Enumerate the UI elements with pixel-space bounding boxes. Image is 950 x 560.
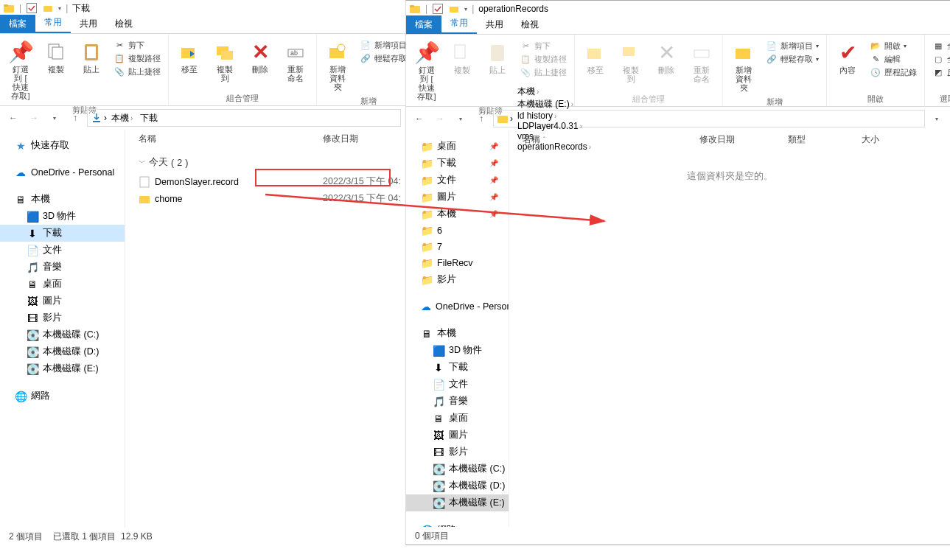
paste-shortcut-button[interactable]: 📎貼上捷徑 bbox=[111, 65, 164, 78]
nav-pc-item[interactable]: ⬇下載 bbox=[0, 225, 125, 242]
cut-button[interactable]: ✂剪下 bbox=[111, 38, 164, 52]
select-all-button[interactable]: ▦全選 bbox=[929, 39, 950, 52]
nav-pc-item[interactable]: 💽本機磁碟 (C:) bbox=[0, 326, 125, 343]
new-item-button[interactable]: 📄新增項目▾ bbox=[763, 39, 822, 52]
column-name[interactable]: 名稱 bbox=[139, 133, 323, 145]
copy-button[interactable]: 複製 bbox=[446, 38, 478, 77]
column-date[interactable]: 修改日期 bbox=[323, 133, 405, 145]
new-folder-button[interactable]: 新增 資料夾 bbox=[321, 37, 354, 94]
properties-button[interactable]: ✔內容 bbox=[831, 38, 864, 77]
nav-pc-item[interactable]: 💽本機磁碟 (E:) bbox=[406, 494, 509, 511]
easy-access-button[interactable]: 🔗輕鬆存取▾ bbox=[763, 52, 822, 66]
nav-onedrive[interactable]: ☁OneDrive - Personal bbox=[0, 164, 125, 181]
nav-pc-item[interactable]: 💽本機磁碟 (C:) bbox=[406, 461, 509, 477]
copy-path-button[interactable]: 📋複製路徑 bbox=[111, 52, 164, 65]
nav-pc-item[interactable]: 🖼圖片 bbox=[0, 293, 125, 309]
dropdown-icon[interactable]: ▾ bbox=[58, 5, 61, 12]
nav-recent-button[interactable]: ▾ bbox=[46, 109, 63, 127]
tab-file[interactable]: 檔案 bbox=[406, 15, 441, 34]
file-row[interactable]: chome2022/3/15 下午 04: bbox=[125, 190, 405, 207]
nav-pc-item[interactable]: 🎞影片 bbox=[0, 309, 125, 326]
nav-network[interactable]: 🌐網路 bbox=[406, 522, 509, 527]
nav-quick-item[interactable]: 📁影片 bbox=[406, 271, 509, 288]
nav-recent-button[interactable]: ▾ bbox=[452, 110, 469, 127]
nav-quick-item[interactable]: 📁圖片📌 bbox=[406, 189, 509, 206]
nav-back-button[interactable]: ← bbox=[411, 110, 428, 127]
nav-pc-item[interactable]: 🎞影片 bbox=[406, 444, 509, 461]
nav-pc-item[interactable]: 🖥桌面 bbox=[406, 410, 509, 427]
nav-quick-item[interactable]: 📁FileRecv bbox=[406, 255, 509, 271]
dropdown-icon[interactable]: ▾ bbox=[464, 6, 467, 13]
group-header-today[interactable]: ﹀ 今天 (2) bbox=[125, 152, 405, 173]
nav-this-pc[interactable]: 🖥本機 bbox=[0, 191, 125, 208]
address-bar[interactable]: › 本機› 下載 bbox=[87, 109, 401, 127]
nav-quick-item[interactable]: 📁6 bbox=[406, 223, 509, 239]
nav-pc-item[interactable]: 🖼圖片 bbox=[406, 427, 509, 444]
file-list[interactable]: ﹀ 今天 (2) DemonSlayer.record2022/3/15 下午 … bbox=[125, 147, 405, 528]
paste-button[interactable]: 貼上 bbox=[75, 37, 108, 77]
navigation-pane[interactable]: ★快速存取 ☁OneDrive - Personal 🖥本機 🟦3D 物件⬇下載… bbox=[0, 130, 125, 528]
nav-up-button[interactable]: ↑ bbox=[66, 109, 84, 127]
nav-quick-access[interactable]: ★快速存取 bbox=[0, 137, 125, 154]
tab-share[interactable]: 共用 bbox=[71, 15, 106, 33]
nav-quick-item[interactable]: 📁7 bbox=[406, 239, 509, 255]
history-button[interactable]: 🕓歷程記錄 bbox=[867, 66, 920, 79]
nav-forward-button[interactable]: → bbox=[431, 110, 449, 127]
nav-back-button[interactable]: ← bbox=[4, 109, 22, 127]
file-list[interactable]: 這個資料夾是空的。 bbox=[509, 148, 950, 527]
breadcrumb-segment[interactable]: LDPlayer4.0.31› bbox=[514, 121, 594, 131]
rename-button[interactable]: ab重新命名 bbox=[279, 37, 312, 85]
tab-home[interactable]: 常用 bbox=[441, 14, 477, 34]
checkbox-icon[interactable] bbox=[432, 3, 444, 15]
nav-pc-item[interactable]: 🖥桌面 bbox=[0, 276, 125, 293]
nav-quick-item[interactable]: 📁本機📌 bbox=[406, 206, 509, 223]
nav-network[interactable]: 🌐網路 bbox=[0, 388, 125, 405]
copy-to-button[interactable]: 複製到 bbox=[209, 37, 241, 85]
nav-pc-item[interactable]: 📄文件 bbox=[0, 242, 125, 259]
navigation-pane[interactable]: 📁桌面📌📁下載📌📁文件📌📁圖片📌📁本機📌📁6📁7📁FileRecv📁影片 ☁On… bbox=[406, 130, 509, 527]
nav-quick-item[interactable]: 📁文件📌 bbox=[406, 172, 509, 189]
tab-view[interactable]: 檢視 bbox=[106, 15, 142, 33]
tab-share[interactable]: 共用 bbox=[477, 15, 512, 34]
breadcrumb-pc[interactable]: 本機› bbox=[108, 112, 136, 125]
column-name[interactable]: 名稱ˆ bbox=[523, 133, 699, 146]
pin-quickaccess-button[interactable]: 📌 釘選到 [ 快速存取] bbox=[4, 37, 37, 103]
tab-file[interactable]: 檔案 bbox=[0, 15, 35, 33]
nav-this-pc[interactable]: 🖥本機 bbox=[406, 325, 509, 342]
nav-quick-item[interactable]: 📁桌面📌 bbox=[406, 138, 509, 155]
nav-pc-item[interactable]: 📄文件 bbox=[406, 376, 509, 393]
move-to-button[interactable]: 移至 bbox=[173, 37, 206, 77]
tab-home[interactable]: 常用 bbox=[35, 13, 71, 33]
copy-button[interactable]: 複製 bbox=[40, 37, 72, 77]
checkbox-icon[interactable] bbox=[26, 2, 38, 14]
breadcrumb-segment[interactable]: ld history› bbox=[514, 111, 594, 121]
delete-button[interactable]: ✕刪除 bbox=[244, 37, 276, 77]
nav-pc-item[interactable]: 🟦3D 物件 bbox=[0, 208, 125, 225]
nav-forward-button[interactable]: → bbox=[25, 109, 43, 127]
new-folder-button[interactable]: 新增 資料夾 bbox=[727, 38, 760, 95]
column-date[interactable]: 修改日期 bbox=[699, 133, 788, 146]
nav-onedrive[interactable]: ☁OneDrive - Person bbox=[406, 298, 509, 315]
nav-pc-item[interactable]: ⬇下載 bbox=[406, 359, 509, 376]
edit-button[interactable]: ✎編輯 bbox=[867, 52, 920, 66]
invert-selection-button[interactable]: ◩反向 bbox=[929, 66, 950, 79]
nav-pc-item[interactable]: 💽本機磁碟 (D:) bbox=[0, 343, 125, 360]
column-size[interactable]: 大小 bbox=[862, 133, 906, 146]
nav-pc-item[interactable]: 🎵音樂 bbox=[0, 259, 125, 276]
pin-quickaccess-button[interactable]: 📌釘選到 [ 快速存取] bbox=[411, 38, 443, 104]
address-bar[interactable]: › 本機›本機磁碟 (E:)›ld history›LDPlayer4.0.31… bbox=[493, 110, 925, 127]
open-button[interactable]: 📂開啟▾ bbox=[867, 39, 920, 52]
address-dropdown-button[interactable]: ▾ bbox=[928, 110, 946, 127]
nav-pc-item[interactable]: 💽本機磁碟 (D:) bbox=[406, 477, 509, 494]
select-none-button[interactable]: ▢全部 bbox=[929, 52, 950, 66]
column-type[interactable]: 類型 bbox=[788, 133, 862, 146]
breadcrumb-downloads[interactable]: 下載 bbox=[137, 112, 161, 125]
file-row[interactable]: DemonSlayer.record2022/3/15 下午 04: bbox=[125, 173, 405, 190]
nav-quick-item[interactable]: 📁下載📌 bbox=[406, 155, 509, 172]
nav-up-button[interactable]: ↑ bbox=[472, 110, 490, 127]
nav-pc-item[interactable]: 🎵音樂 bbox=[406, 393, 509, 410]
nav-pc-item[interactable]: 🟦3D 物件 bbox=[406, 342, 509, 359]
tab-view[interactable]: 檢視 bbox=[512, 15, 548, 34]
nav-pc-item[interactable]: 💽本機磁碟 (E:) bbox=[0, 360, 125, 377]
paste-button[interactable]: 貼上 bbox=[481, 38, 514, 77]
